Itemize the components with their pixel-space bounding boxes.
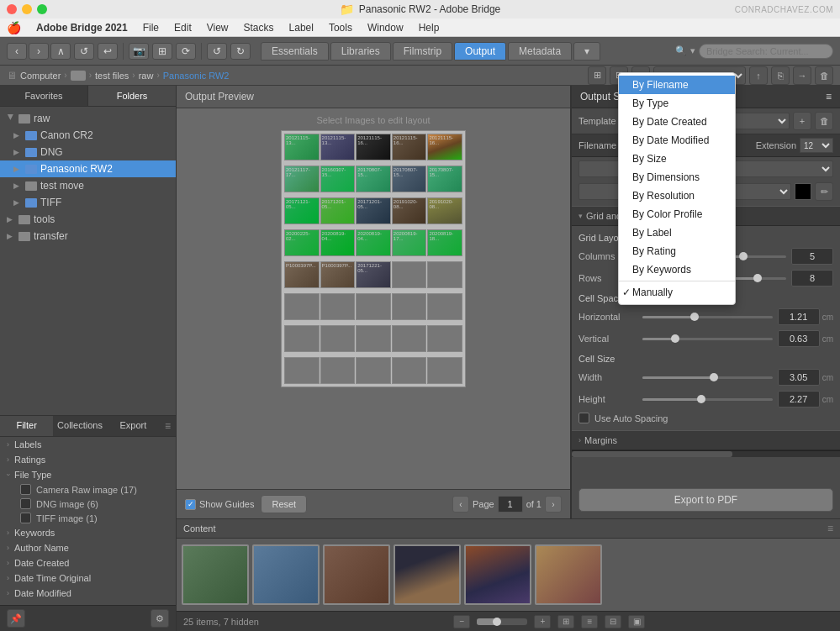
horizontal-input[interactable] [778, 308, 820, 325]
undo-button[interactable]: ↺ [207, 43, 227, 60]
filter-item-filetype[interactable]: › File Type [0, 467, 176, 482]
filter-checkbox-cameraraw[interactable] [20, 484, 31, 495]
thumb-3[interactable] [323, 544, 390, 605]
maximize-button[interactable] [37, 4, 47, 14]
status-plus-btn[interactable]: + [534, 615, 551, 628]
filter-checkbox-dng[interactable] [20, 498, 31, 509]
refresh-button[interactable]: ⟳ [176, 43, 196, 60]
right-panel-scrollbar[interactable] [572, 450, 840, 457]
dropdown-item-byfilename[interactable]: By Filename [619, 76, 735, 94]
breadcrumb-raw[interactable]: raw [139, 71, 154, 81]
dropdown-item-byrating[interactable]: By Rating [619, 242, 735, 260]
camera-button[interactable]: 📷 [129, 43, 149, 60]
menu-help[interactable]: Help [412, 20, 446, 35]
width-slider[interactable] [642, 376, 773, 379]
show-guides-label[interactable]: ✓ Show Guides [185, 499, 254, 510]
tree-item-tools[interactable]: ▶ tools [0, 211, 176, 228]
forward-button[interactable]: › [29, 43, 49, 60]
margins-header[interactable]: › Margins [572, 430, 840, 450]
breadcrumb-panasonic[interactable]: Panasonic RW2 [163, 71, 230, 81]
height-input[interactable] [778, 391, 820, 408]
dropdown-item-byresolution[interactable]: By Resolution [619, 187, 735, 205]
zoom-slider[interactable] [477, 618, 527, 625]
tab-essentials[interactable]: Essentials [261, 42, 329, 60]
width-input[interactable] [778, 369, 820, 386]
tree-item-tiff[interactable]: ▶ TIFF [0, 194, 176, 211]
pin-button[interactable]: 📌 [7, 609, 25, 628]
batch-button[interactable]: ⊞ [152, 43, 172, 60]
dropdown-item-bykeywords[interactable]: By Keywords [619, 260, 735, 279]
minimize-button[interactable] [22, 4, 32, 14]
dropdown-item-bylabel[interactable]: By Label [619, 223, 735, 242]
dropdown-item-bydatemodified[interactable]: By Date Modified [619, 131, 735, 150]
template-add-btn[interactable]: + [793, 112, 811, 130]
tree-item-panasonic[interactable]: ▶ Panasonic RW2 [0, 160, 176, 177]
status-minus-btn[interactable]: − [453, 615, 470, 628]
menu-app[interactable]: Adobe Bridge 2021 [29, 20, 135, 35]
sidebar-tab-folders[interactable]: Folders [88, 86, 176, 106]
tree-item-canon[interactable]: ▶ Canon CR2 [0, 127, 176, 144]
filter-item-labels[interactable]: › Labels [0, 437, 176, 452]
menu-edit[interactable]: Edit [167, 20, 198, 35]
thumb-2[interactable] [252, 544, 320, 605]
dropdown-item-bytype[interactable]: By Type [619, 94, 735, 113]
tab-libraries[interactable]: Libraries [330, 42, 391, 60]
page-next[interactable]: › [545, 496, 562, 513]
show-guides-checkbox[interactable]: ✓ [185, 499, 196, 510]
dropdown-item-bydatecreated[interactable]: By Date Created [619, 113, 735, 131]
height-slider[interactable] [642, 398, 773, 401]
filter-item-datecreated[interactable]: › Date Created [0, 555, 176, 571]
filter-tab-collections[interactable]: Collections [53, 416, 106, 436]
extension-select[interactable]: 12 [800, 138, 833, 153]
rotate-button[interactable]: ↩ [98, 43, 118, 60]
view-detail-btn[interactable]: ⊟ [605, 615, 621, 628]
view-list-btn[interactable]: ≡ [581, 615, 598, 628]
page-prev[interactable]: ‹ [452, 496, 469, 513]
view-mode-btn[interactable]: ⊞ [588, 66, 606, 85]
breadcrumb-testfiles[interactable]: test files [95, 71, 129, 81]
color-picker-btn[interactable]: ✏ [815, 182, 833, 201]
settings-button[interactable]: ⚙ [151, 609, 169, 628]
thumb-1[interactable] [182, 544, 249, 605]
thumb-5[interactable] [464, 544, 531, 605]
view-grid-btn[interactable]: ⊞ [557, 615, 574, 628]
dropdown-item-bysize[interactable]: By Size [619, 150, 735, 168]
right-panel-menu-icon[interactable]: ≡ [826, 91, 832, 103]
vertical-input[interactable] [778, 330, 820, 347]
sidebar-tab-favorites[interactable]: Favorites [0, 86, 88, 106]
rows-input[interactable] [791, 270, 833, 287]
menu-window[interactable]: Window [361, 20, 410, 35]
up-button[interactable]: ∧ [50, 43, 71, 60]
columns-slider-thumb[interactable] [739, 252, 748, 260]
width-slider-thumb[interactable] [710, 373, 718, 381]
filter-checkbox-tiff[interactable] [20, 513, 31, 523]
dropdown-item-bycolorprofile[interactable]: By Color Profile [619, 205, 735, 223]
back-button[interactable]: ‹ [7, 43, 27, 60]
filter-item-keywords[interactable]: › Keywords [0, 525, 176, 540]
menu-view[interactable]: View [200, 20, 235, 35]
auto-spacing-checkbox[interactable] [578, 413, 589, 423]
filter-tab-filter[interactable]: Filter [0, 416, 53, 436]
tree-item-raw[interactable]: ▶ raw [0, 110, 176, 127]
color-swatch[interactable] [795, 183, 811, 200]
move-to-btn[interactable]: → [793, 66, 811, 85]
dropdown-item-bydimensions[interactable]: By Dimensions [619, 168, 735, 187]
menu-stacks[interactable]: Stacks [237, 20, 281, 35]
rows-slider-thumb[interactable] [753, 274, 762, 282]
horizontal-slider[interactable] [642, 316, 773, 318]
filter-item-datetimeoriginal[interactable]: › Date Time Original [0, 571, 176, 586]
horizontal-slider-thumb[interactable] [690, 313, 699, 321]
delete-btn[interactable]: 🗑 [815, 66, 833, 85]
history-button[interactable]: ↺ [74, 43, 94, 60]
redo-button[interactable]: ↻ [230, 43, 251, 60]
filter-tab-export[interactable]: Export [107, 416, 160, 436]
vertical-slider-thumb[interactable] [671, 334, 679, 343]
template-delete-btn[interactable]: 🗑 [815, 112, 833, 130]
tree-item-dng[interactable]: ▶ DNG [0, 144, 176, 160]
tab-output[interactable]: Output [454, 42, 506, 60]
thumb-6[interactable] [535, 544, 602, 605]
content-menu-icon[interactable]: ≡ [827, 523, 833, 534]
height-slider-thumb[interactable] [697, 395, 705, 403]
thumb-4[interactable] [394, 544, 461, 605]
tree-item-transfer[interactable]: ▶ transfer [0, 228, 176, 245]
